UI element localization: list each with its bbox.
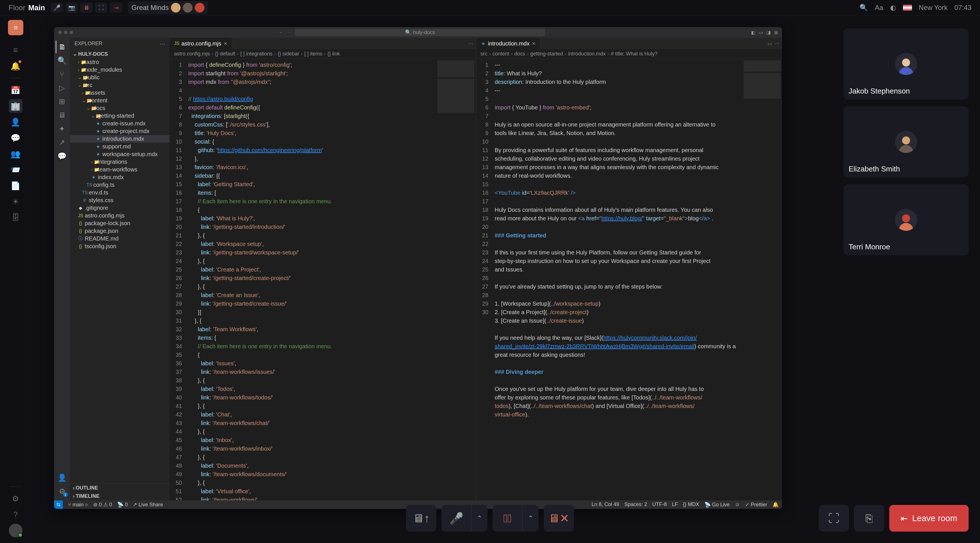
camera-options-button[interactable]: ⌃ bbox=[523, 505, 539, 532]
breadcrumb-segment[interactable]: docs bbox=[514, 51, 525, 57]
tree-item[interactable]: ★workspace-setup.mdx bbox=[70, 151, 170, 158]
tree-item[interactable]: ★index.mdx bbox=[70, 173, 170, 181]
golive-indicator[interactable]: 📡 Go Live bbox=[705, 502, 730, 508]
explorer-icon[interactable]: 🗎 bbox=[56, 41, 68, 53]
window-close-icon[interactable] bbox=[58, 31, 62, 34]
language-indicator[interactable]: {} MDX bbox=[683, 502, 699, 508]
tree-item[interactable]: TSenv.d.ts bbox=[70, 189, 170, 197]
window-minimize-icon[interactable] bbox=[64, 31, 67, 34]
expand-icon[interactable]: ⛶ bbox=[95, 3, 108, 13]
tree-item[interactable]: › 📁assets bbox=[70, 89, 170, 97]
stop-share-button[interactable]: 🖥✕ bbox=[544, 505, 574, 532]
tree-item[interactable]: {}package-lock.json bbox=[70, 219, 170, 227]
layout-panel-icon[interactable]: ▭ bbox=[759, 30, 763, 35]
help-icon[interactable]: ? bbox=[9, 508, 22, 521]
tab-astro-config[interactable]: JS astro.config.mjs ✕ bbox=[170, 38, 232, 49]
breadcrumb-segment[interactable]: introduction.mdx bbox=[568, 51, 606, 57]
layout-secondary-icon[interactable]: ◨ bbox=[767, 30, 771, 35]
feedback-icon[interactable]: 📨 bbox=[9, 163, 22, 176]
screenshare-icon[interactable]: 🖥 bbox=[80, 3, 93, 13]
layout-sidebar-icon[interactable]: ◧ bbox=[751, 30, 755, 35]
breadcrumb-segment[interactable]: {} default bbox=[215, 51, 235, 57]
minimap-right[interactable] bbox=[742, 59, 782, 500]
notifications-icon[interactable]: 🔔 bbox=[9, 59, 22, 73]
great-minds-chip[interactable]: Great Minds bbox=[128, 1, 208, 14]
breadcrumb-segment[interactable]: content bbox=[493, 51, 509, 57]
menu-icon[interactable]: ≡ bbox=[9, 43, 22, 57]
tree-item[interactable]: › 📁team-workflows bbox=[70, 166, 170, 173]
breadcrumb-segment[interactable]: astro.config.mjs bbox=[174, 51, 210, 57]
close-icon[interactable]: ✕ bbox=[532, 41, 536, 46]
tree-item[interactable]: ★introduction.mdx bbox=[70, 135, 170, 143]
ideas-icon[interactable]: ☀ bbox=[9, 195, 22, 208]
tree-item[interactable]: {}tsconfig.json bbox=[70, 243, 170, 250]
encoding-indicator[interactable]: UTF-8 bbox=[652, 502, 667, 508]
screenshare-button[interactable]: 🖥↑ bbox=[406, 505, 436, 532]
file-tree[interactable]: › 📁.astro› 📁node_modules⌄ 📂public⌄ 📂src›… bbox=[70, 58, 170, 484]
camera-off-icon[interactable]: 📷 bbox=[65, 3, 78, 13]
tree-item[interactable]: ★create-project.mdx bbox=[70, 127, 170, 135]
close-icon[interactable]: ✕ bbox=[224, 41, 227, 46]
breadcrumb-segment[interactable]: {} sidebar bbox=[278, 51, 299, 57]
explorer-more-icon[interactable]: ⋯ bbox=[160, 41, 165, 47]
tree-item[interactable]: #styles.css bbox=[70, 197, 170, 204]
app-logo[interactable] bbox=[8, 20, 23, 35]
theme-toggle-icon[interactable]: ◐ bbox=[890, 4, 896, 12]
window-maximize-icon[interactable] bbox=[70, 31, 73, 34]
more-icon[interactable]: ⋯ bbox=[775, 41, 779, 46]
breadcrumb-right[interactable]: src › content › docs › getting-started ›… bbox=[476, 49, 782, 59]
preview-icon[interactable]: ▭ bbox=[768, 41, 772, 46]
leave-mini-icon[interactable]: ⇥ bbox=[110, 3, 122, 13]
chat-icon[interactable]: 💬 bbox=[9, 131, 22, 145]
participant-card[interactable]: Elizabeth Smith bbox=[843, 106, 969, 178]
settings-icon[interactable]: ⚙ bbox=[9, 492, 22, 505]
breadcrumb-segment[interactable]: # title: What is Huly? bbox=[611, 51, 657, 57]
layout-customize-icon[interactable]: ⊞ bbox=[774, 30, 778, 35]
leave-room-button[interactable]: ⇤ Leave room bbox=[889, 505, 969, 532]
code-content-left[interactable]: import { defineConfig } from 'astro/conf… bbox=[185, 59, 436, 500]
search-icon[interactable]: 🔍 bbox=[859, 4, 868, 12]
user-avatar[interactable] bbox=[9, 524, 22, 537]
camera-button[interactable]: 📷⃠ bbox=[493, 505, 523, 532]
tree-item[interactable]: › 📁integrations bbox=[70, 158, 170, 166]
tree-item[interactable]: ⌄ 📂content bbox=[70, 97, 170, 104]
tree-item[interactable]: ⓘREADME.md bbox=[70, 235, 170, 243]
eol-indicator[interactable]: LF bbox=[672, 502, 678, 508]
manage-icon[interactable]: ⚙ bbox=[56, 485, 68, 497]
feedback-icon[interactable]: ☺ bbox=[735, 502, 740, 508]
tree-item[interactable]: ⌄ 📂src bbox=[70, 81, 170, 89]
minimap-left[interactable] bbox=[436, 59, 476, 500]
notifications-status-icon[interactable]: 🔔 bbox=[772, 502, 779, 508]
nav-forward-icon[interactable]: → bbox=[287, 30, 291, 35]
prettier-indicator[interactable]: ✓ Prettier bbox=[745, 502, 767, 508]
mic-options-button[interactable]: ⌃ bbox=[471, 505, 487, 532]
extensions-icon[interactable]: ⊞ bbox=[56, 95, 68, 108]
timeline-section[interactable]: › TIMELINE bbox=[70, 492, 170, 500]
breadcrumb-left[interactable]: astro.config.mjs › {} default › [ ] inte… bbox=[170, 49, 476, 59]
tree-item[interactable]: › 📁.astro bbox=[70, 58, 170, 66]
liveshare-status[interactable]: ↗ Live Share bbox=[133, 502, 163, 508]
font-size-button[interactable]: Aa bbox=[875, 4, 883, 12]
breadcrumb-segment[interactable]: [ ] items bbox=[304, 51, 322, 57]
mic-button[interactable]: 🎤 bbox=[441, 505, 471, 532]
nav-back-icon[interactable]: ← bbox=[279, 30, 283, 35]
more-icon[interactable]: ⋯ bbox=[468, 41, 473, 46]
tree-item[interactable]: › 📁node_modules bbox=[70, 66, 170, 74]
cursor-position[interactable]: Ln 8, Col 49 bbox=[592, 502, 619, 508]
office-icon[interactable]: 🏢 bbox=[9, 99, 22, 113]
documents-icon[interactable]: 📄 bbox=[9, 179, 22, 192]
ports-indicator[interactable]: 📡 0 bbox=[117, 502, 128, 508]
debug-icon[interactable]: ▷ bbox=[56, 82, 68, 94]
tree-item[interactable]: ★support.md bbox=[70, 143, 170, 151]
command-palette[interactable]: 🔍 huly-docs bbox=[295, 29, 545, 36]
copy-link-button[interactable]: ⎘ bbox=[854, 505, 884, 532]
calendar-icon[interactable]: 📅 bbox=[9, 83, 22, 97]
account-icon[interactable]: 👤 bbox=[56, 472, 68, 484]
breadcrumb-segment[interactable]: src bbox=[480, 51, 487, 57]
mic-icon[interactable]: 🎤 bbox=[51, 3, 63, 13]
source-control-icon[interactable]: ⑂ bbox=[56, 68, 68, 81]
copilot-icon[interactable]: ✦ bbox=[56, 122, 68, 135]
tree-item[interactable]: ⌄ 📂docs bbox=[70, 104, 170, 112]
tree-item[interactable]: ◆.gitignore bbox=[70, 204, 170, 212]
tree-item[interactable]: ⌄ 📂public bbox=[70, 74, 170, 81]
